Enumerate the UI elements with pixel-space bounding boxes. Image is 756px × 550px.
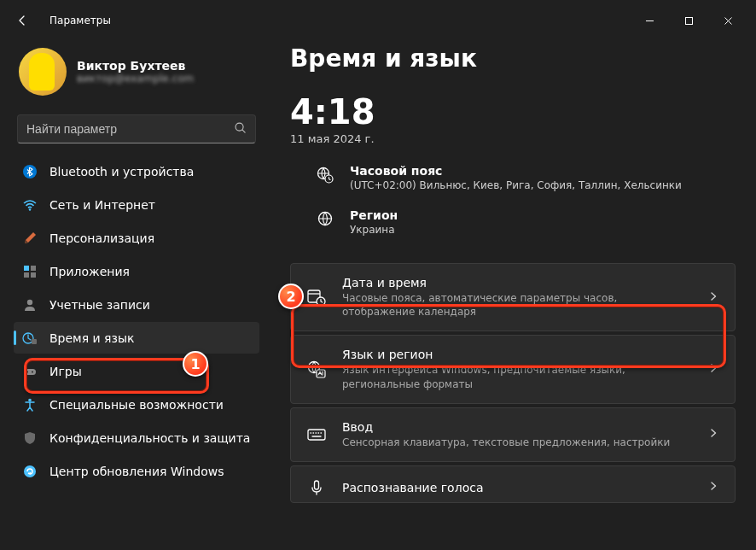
- window-title: Параметры: [49, 15, 111, 26]
- sidebar-item-personalization[interactable]: Персонализация: [14, 222, 259, 254]
- chevron-right-icon: [707, 290, 719, 306]
- sidebar-item-label: Учетные записи: [49, 298, 150, 312]
- shield-icon: [22, 430, 38, 446]
- timezone-icon: [316, 166, 334, 184]
- chevron-right-icon: [707, 361, 719, 377]
- minimize-button[interactable]: [630, 7, 669, 34]
- search-icon: [234, 121, 247, 138]
- card-language-region[interactable]: Язык и регион Язык интерфейса Windows, п…: [290, 335, 736, 403]
- sidebar-item-label: Время и язык: [49, 331, 134, 345]
- profile-email: виктор@example.com: [77, 73, 194, 85]
- content-area: Время и язык 4:18 11 мая 2024 г. Часовой…: [270, 41, 756, 550]
- avatar: [19, 48, 67, 96]
- svg-point-15: [24, 465, 36, 477]
- svg-rect-23: [308, 430, 325, 440]
- svg-rect-11: [24, 369, 36, 375]
- gamepad-icon: [22, 364, 38, 379]
- mic-icon: [306, 478, 327, 497]
- sidebar-item-label: Bluetooth и устройства: [49, 165, 194, 178]
- svg-rect-10: [32, 339, 37, 344]
- chevron-right-icon: [707, 426, 719, 442]
- wifi-icon: [22, 197, 38, 213]
- sidebar-item-label: Персонализация: [49, 231, 154, 245]
- svg-point-3: [29, 208, 31, 210]
- globe-icon: [316, 210, 334, 227]
- svg-rect-0: [685, 17, 692, 24]
- person-icon: [22, 297, 38, 313]
- card-date-time[interactable]: Дата и время Часовые пояса, автоматическ…: [290, 263, 736, 331]
- timezone-value: (UTC+02:00) Вильнюс, Киев, Рига, София, …: [350, 179, 682, 191]
- svg-rect-7: [31, 272, 36, 278]
- card-title: Язык и регион: [342, 348, 692, 361]
- sidebar-item-privacy[interactable]: Конфиденциальность и защита: [14, 422, 259, 453]
- svg-point-12: [26, 371, 28, 372]
- accessibility-icon: [22, 397, 38, 412]
- svg-point-14: [28, 398, 32, 401]
- update-icon: [22, 464, 38, 479]
- search-box[interactable]: [17, 114, 256, 143]
- sidebar: Виктор Бухтеев виктор@example.com Blueto…: [0, 41, 270, 550]
- search-input[interactable]: [26, 122, 234, 136]
- sidebar-item-update[interactable]: Центр обновления Windows: [14, 455, 259, 487]
- svg-rect-5: [31, 266, 36, 271]
- titlebar: Параметры: [0, 0, 756, 41]
- sidebar-item-network[interactable]: Сеть и Интернет: [14, 189, 259, 220]
- profile[interactable]: Виктор Бухтеев виктор@example.com: [14, 41, 259, 109]
- sidebar-item-label: Центр обновления Windows: [49, 465, 224, 478]
- svg-point-8: [27, 299, 32, 304]
- svg-rect-24: [315, 481, 319, 489]
- sidebar-item-gaming[interactable]: Игры: [14, 355, 259, 387]
- page-title: Время и язык: [290, 44, 736, 73]
- sidebar-item-label: Игры: [49, 365, 82, 378]
- card-title: Дата и время: [342, 276, 692, 290]
- maximize-button[interactable]: [669, 7, 708, 34]
- svg-point-1: [236, 123, 243, 131]
- region-value: Украина: [350, 224, 398, 236]
- svg-point-13: [32, 371, 33, 372]
- keyboard-icon: [306, 424, 327, 445]
- time-language-icon: [22, 331, 38, 346]
- card-input[interactable]: Ввод Сенсорная клавиатура, текстовые пре…: [290, 407, 736, 462]
- apps-icon: [22, 264, 38, 279]
- date: 11 мая 2024 г.: [290, 132, 736, 145]
- sidebar-item-bluetooth[interactable]: Bluetooth и устройства: [14, 155, 259, 187]
- language-region-icon: [306, 360, 327, 380]
- card-speech[interactable]: Распознавание голоса: [290, 465, 736, 503]
- card-sub: Сенсорная клавиатура, текстовые предложе…: [342, 436, 692, 449]
- chevron-right-icon: [707, 479, 719, 495]
- sidebar-item-label: Конфиденциальность и защита: [49, 431, 250, 445]
- sidebar-item-accessibility[interactable]: Специальные возможности: [14, 389, 259, 420]
- card-sub: Часовые пояса, автоматические параметры …: [342, 291, 692, 319]
- card-sub: Язык интерфейса Windows, предпочитаемые …: [342, 363, 692, 390]
- close-button[interactable]: [708, 7, 747, 34]
- svg-rect-6: [24, 272, 29, 278]
- region-info: Регион Украина: [290, 203, 736, 248]
- calendar-clock-icon: [306, 287, 327, 307]
- region-title: Регион: [350, 208, 398, 222]
- card-title: Ввод: [342, 420, 692, 434]
- sidebar-item-label: Специальные возможности: [49, 398, 224, 412]
- timezone-title: Часовой пояс: [350, 164, 682, 178]
- sidebar-item-label: Сеть и Интернет: [49, 198, 155, 212]
- sidebar-item-label: Приложения: [49, 265, 130, 278]
- timezone-info: Часовой пояс (UTC+02:00) Вильнюс, Киев, …: [290, 159, 736, 203]
- card-title: Распознавание голоса: [342, 481, 692, 494]
- sidebar-item-apps[interactable]: Приложения: [14, 255, 259, 287]
- sidebar-item-time-language[interactable]: Время и язык: [14, 322, 259, 354]
- brush-icon: [22, 231, 38, 246]
- svg-rect-4: [24, 266, 29, 271]
- profile-name: Виктор Бухтеев: [77, 59, 194, 73]
- bluetooth-icon: [22, 164, 38, 179]
- back-button[interactable]: [9, 7, 36, 34]
- clock: 4:18: [290, 95, 736, 129]
- sidebar-item-accounts[interactable]: Учетные записи: [14, 289, 259, 320]
